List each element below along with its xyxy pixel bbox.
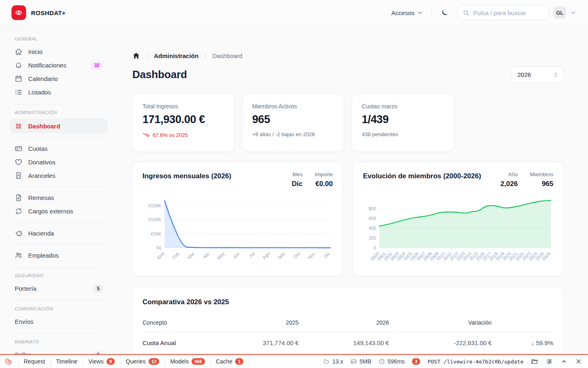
sidebar-section-title: SEGURIDAD bbox=[15, 273, 103, 278]
debugbar-tab-queries[interactable]: Queries13 bbox=[120, 355, 165, 368]
sidebar-divider bbox=[13, 186, 105, 187]
search-input[interactable] bbox=[473, 9, 543, 16]
table-column-header: 2025 bbox=[225, 316, 298, 332]
debugbar-tab-request[interactable]: Request bbox=[18, 355, 51, 368]
accesos-dropdown[interactable]: Accesos bbox=[391, 9, 423, 16]
sidebar-item-calendario[interactable]: Calendario bbox=[11, 72, 106, 85]
svg-text:Abr: Abr bbox=[202, 251, 211, 260]
sidebar-item-cuotas[interactable]: Cuotas bbox=[11, 142, 106, 155]
chart-stat-label: Año bbox=[500, 171, 518, 177]
chart-title: Ingresos mensuales (2026) bbox=[143, 171, 231, 180]
settings-sliders-icon[interactable] bbox=[546, 358, 553, 365]
request-time: 596ms bbox=[379, 358, 405, 365]
svg-text:Jun: Jun bbox=[232, 251, 241, 260]
sidebar-section: ADMINISTRACIÓNDashboardCuotasDonativosAr… bbox=[15, 104, 103, 262]
sidebar-item-label: Cuotas bbox=[28, 145, 48, 152]
sidebar-section-title: COMUNICACIÓN bbox=[15, 306, 103, 311]
debugbar-tab-label: Views bbox=[89, 358, 104, 365]
collapse-chevron-up-icon[interactable] bbox=[560, 358, 568, 365]
trending-down-icon bbox=[143, 131, 150, 139]
stat-value: 1/439 bbox=[362, 113, 444, 126]
debugbar-tab-badge: 13 bbox=[149, 358, 159, 365]
debugbar-tab-views[interactable]: Views9 bbox=[83, 355, 120, 368]
sidebar-item-donativos[interactable]: Donativos bbox=[11, 155, 106, 169]
sidebar-divider bbox=[13, 244, 105, 245]
svg-text:€150K: €150K bbox=[148, 203, 161, 208]
sidebar-item-notificaciones[interactable]: Notificaciones32 bbox=[11, 58, 106, 72]
chevron-updown-icon bbox=[552, 72, 559, 78]
sidebar-item-badge: 32 bbox=[91, 61, 103, 70]
chart-stat-value: 2,026 bbox=[500, 180, 518, 188]
table-cell: 149,143.00 € bbox=[298, 332, 389, 354]
sidebar-item-inicio[interactable]: Inicio bbox=[11, 45, 106, 58]
svg-text:600: 600 bbox=[369, 216, 376, 221]
sidebar-section: SEGURIDADPortería5 bbox=[15, 267, 103, 295]
top-bar: ROSHDAT+ Accesos GL bbox=[0, 0, 588, 26]
sidebar-item-label: Notificaciones bbox=[28, 62, 66, 69]
debugbar-tab-label: Models bbox=[170, 358, 189, 365]
request-path[interactable]: POST /livewire-4e7b2c0b/update bbox=[428, 359, 523, 365]
user-menu-chevron-icon[interactable] bbox=[570, 9, 577, 16]
svg-text:Nov: Nov bbox=[307, 251, 316, 260]
debugbar-tab-label: Request bbox=[24, 358, 45, 365]
breadcrumb-administracion[interactable]: Administración bbox=[154, 52, 198, 59]
users-icon bbox=[15, 251, 22, 259]
table-column-header bbox=[492, 316, 553, 332]
sidebar-item-cargos-externos[interactable]: Cargos externos bbox=[11, 204, 106, 218]
laravel-version-icon bbox=[323, 358, 330, 365]
sidebar-item-remesas[interactable]: Remesas bbox=[11, 191, 106, 204]
svg-text:€0: €0 bbox=[156, 245, 161, 250]
sidebar-item-empleados[interactable]: Empleados bbox=[11, 249, 106, 262]
debugbar-tab-timeline[interactable]: Timeline bbox=[51, 355, 83, 368]
svg-text:Feb: Feb bbox=[171, 251, 180, 260]
sidebar-item-label: Aranceles bbox=[28, 172, 56, 179]
chart-stat-value: €0.00 bbox=[315, 180, 333, 188]
sidebar-item-label: Empleados bbox=[28, 252, 59, 259]
clock-icon bbox=[379, 358, 385, 365]
sidebar-section-title: ADMINISTRACIÓN bbox=[15, 110, 103, 115]
sidebar-item-listados[interactable]: Listados bbox=[11, 85, 106, 99]
sidebar-item-porteria[interactable]: Portería5 bbox=[11, 282, 106, 295]
debugbar-tab-models[interactable]: Models966 bbox=[165, 355, 211, 368]
laravel-version: 13.x bbox=[323, 358, 343, 365]
search-icon bbox=[463, 9, 470, 16]
ajax-count-badge[interactable]: 3 bbox=[412, 358, 420, 365]
open-folder-icon[interactable] bbox=[531, 358, 538, 365]
svg-text:Ene: Ene bbox=[156, 251, 165, 260]
home-icon[interactable] bbox=[132, 52, 140, 60]
sidebar-section-title: GENERAL bbox=[15, 36, 103, 41]
sidebar-item-envios[interactable]: Envíos bbox=[11, 315, 106, 328]
year-select-value: 2026 bbox=[517, 71, 531, 78]
sidebar-item-aranceles[interactable]: Aranceles bbox=[11, 169, 106, 182]
ingresos-mensuales-chart-card: Ingresos mensuales (2026) Mes Dic Import… bbox=[132, 162, 343, 276]
debugbar-tab-label: Timeline bbox=[56, 358, 77, 365]
evolucion-miembros-chart: 0200400600800200020012002200320042005200… bbox=[363, 194, 553, 267]
evolucion-miembros-chart-card: Evolución de miembros (2000-2026) Año 2,… bbox=[353, 162, 564, 276]
sidebar-item-label: Remesas bbox=[28, 194, 54, 201]
heart-icon bbox=[15, 158, 22, 166]
debugbar-tab-cache[interactable]: Cache1 bbox=[211, 355, 249, 368]
sidebar-section-title: RABINATO bbox=[15, 339, 103, 344]
svg-text:May: May bbox=[216, 251, 226, 261]
avatar[interactable]: GL bbox=[554, 7, 566, 19]
dark-mode-toggle[interactable] bbox=[440, 8, 449, 17]
svg-text:Oct: Oct bbox=[292, 251, 301, 260]
sidebar-item-dashboard[interactable]: Dashboard bbox=[10, 119, 108, 133]
table-cell: ↓ 59.9% bbox=[492, 332, 553, 354]
sidebar-item-hacienda[interactable]: Hacienda bbox=[11, 227, 106, 240]
close-icon[interactable] bbox=[575, 358, 582, 365]
year-select[interactable]: 2026 bbox=[511, 66, 564, 83]
piggy-icon bbox=[15, 229, 22, 237]
sidebar-item-label: Dashboard bbox=[28, 123, 60, 130]
chart-title: Evolución de miembros (2000-2026) bbox=[363, 171, 481, 180]
laravel-logo-icon[interactable] bbox=[0, 355, 18, 368]
header-divider bbox=[432, 8, 432, 18]
brand[interactable]: ROSHDAT+ bbox=[11, 5, 66, 20]
sidebar-item-label: Calendario bbox=[28, 75, 58, 82]
sidebar-divider bbox=[13, 222, 105, 222]
memory-usage: 5MB bbox=[350, 358, 371, 365]
page-title: Dashboard bbox=[132, 68, 187, 81]
sidebar-item-label: Cargos externos bbox=[28, 208, 73, 215]
search-box[interactable] bbox=[457, 5, 549, 20]
stat-label: Miembros Activos bbox=[252, 103, 334, 110]
